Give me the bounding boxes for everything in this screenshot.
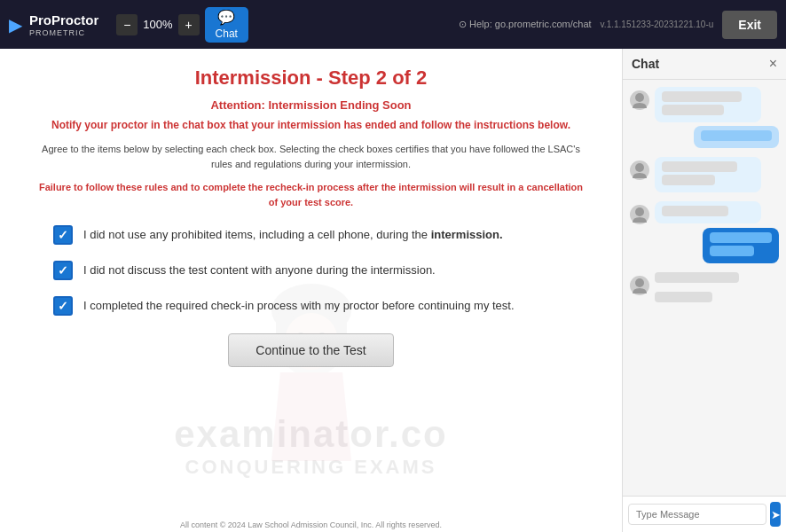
chat-message-group-1 (630, 87, 779, 148)
zoom-out-button[interactable]: − (116, 14, 138, 35)
checkbox-item-1: ✓ I did not use any prohibited items, in… (53, 225, 569, 245)
chat-bubbles-3 (655, 201, 779, 223)
chat-bubble-3a (655, 201, 761, 223)
chat-panel-title: Chat (632, 57, 659, 71)
continue-button[interactable]: Continue to the Test (228, 333, 393, 367)
checkbox-item-2: ✓ I did not discuss the test content wit… (53, 261, 569, 280)
chat-input-area: ➤ (623, 496, 786, 532)
chat-avatar-4 (630, 276, 649, 295)
logo-icon: ▶ (9, 14, 22, 35)
chat-button-label: Chat (216, 27, 238, 40)
attention-text: Attention: Intermission Ending Soon (35, 98, 586, 112)
zoom-level: 100% (143, 18, 172, 31)
chat-close-button[interactable]: × (769, 56, 777, 72)
msg-placeholder (710, 246, 754, 256)
msg-placeholder (662, 91, 742, 102)
topbar-controls: − 100% + 💬 Chat (116, 7, 248, 43)
chat-bubbles-1 (655, 87, 779, 148)
chat-bubble-2a (655, 157, 761, 192)
svg-point-7 (635, 93, 644, 102)
topbar: ▶ ProProctor PROMETRIC − 100% + 💬 Chat ⊙… (0, 0, 786, 49)
version-text: v.1.1.151233-20231221.10-u (601, 20, 714, 29)
chat-msg-sub-1 (630, 201, 779, 224)
chat-bubble-right-1 (630, 228, 779, 263)
msg-placeholder (701, 130, 772, 141)
chat-panel: Chat × (622, 49, 786, 532)
chat-icon: 💬 (217, 9, 235, 26)
logo-area: ▶ ProProctor PROMETRIC (9, 12, 98, 37)
svg-point-8 (635, 163, 644, 172)
exit-button[interactable]: Exit (722, 11, 777, 39)
checkmark-1: ✓ (58, 228, 68, 242)
page-title: Intermission - Step 2 of 2 (35, 66, 586, 90)
svg-point-9 (635, 207, 644, 216)
msg-placeholder (662, 105, 724, 115)
failure-text: Failure to follow these rules and to com… (35, 180, 586, 209)
chat-message-group-4 (630, 272, 779, 305)
zoom-in-button[interactable]: + (178, 14, 200, 35)
logo-text: ProProctor (29, 12, 98, 27)
msg-placeholder (710, 232, 772, 243)
chat-avatar-3 (630, 205, 649, 224)
checkbox-label-2: I did not discuss the test content with … (83, 262, 436, 278)
checkmark-3: ✓ (58, 299, 68, 313)
watermark-line1: examinator.co (0, 413, 622, 456)
checkbox-list: ✓ I did not use any prohibited items, in… (53, 225, 569, 316)
notify-text: Notify your proctor in the chat box that… (35, 119, 586, 131)
content-inner: Intermission - Step 2 of 2 Attention: In… (0, 49, 622, 376)
chat-avatar-1 (630, 90, 649, 110)
checkbox-item-3: ✓ I completed the required check-in proc… (53, 296, 569, 316)
checkmark-2: ✓ (58, 263, 68, 278)
watermark-line2: CONQUERING EXAMS (0, 456, 622, 479)
chat-bubbles-2 (655, 157, 779, 192)
chat-bubble-1b (694, 126, 779, 148)
checkbox-label-3: I completed the required check-in proces… (83, 298, 515, 314)
checkbox-2[interactable]: ✓ (53, 261, 73, 280)
checkbox-3[interactable]: ✓ (53, 296, 73, 316)
msg-placeholder (655, 272, 739, 283)
msg-placeholder (655, 292, 712, 302)
help-text: ⊙ Help: go.prometric.com/chat (459, 19, 592, 30)
watermark: examinator.co CONQUERING EXAMS (0, 413, 622, 479)
checkbox-label-1: I did not use any prohibited items, incl… (83, 227, 503, 243)
bubble-right-blue-1 (703, 228, 779, 263)
chat-header: Chat × (623, 49, 786, 80)
footer: All content © 2024 Law School Admission … (0, 518, 622, 532)
logo-sub: PROMETRIC (29, 28, 98, 37)
topbar-right: ⊙ Help: go.prometric.com/chat v.1.1.1512… (459, 11, 777, 39)
chat-send-button[interactable]: ➤ (770, 502, 781, 527)
chat-avatar-2 (630, 160, 649, 180)
msg-placeholder (662, 175, 715, 185)
agree-text: Agree to the items below by selecting ea… (35, 142, 586, 171)
msg-placeholder (662, 161, 737, 172)
chat-input[interactable] (628, 504, 766, 525)
chat-message-group-3 (630, 201, 779, 263)
chat-bubble-1a (655, 87, 761, 122)
chat-message-group-2 (630, 157, 779, 192)
chat-button[interactable]: 💬 Chat (205, 7, 248, 43)
chat-messages (623, 80, 786, 496)
chat-bubbles-4 (655, 272, 779, 305)
svg-point-10 (635, 278, 644, 287)
msg-placeholder (662, 206, 728, 216)
content-area: examinator.co CONQUERING EXAMS (0, 49, 622, 532)
main-area: examinator.co CONQUERING EXAMS (0, 49, 786, 532)
send-icon: ➤ (771, 508, 781, 521)
checkbox-1[interactable]: ✓ (53, 225, 73, 245)
